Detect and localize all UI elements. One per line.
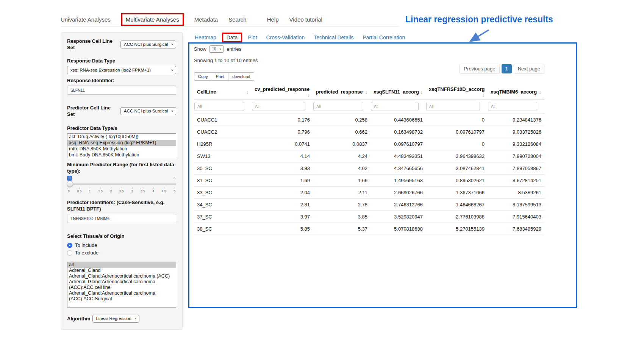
select-value: Linear Regression [96,316,131,321]
tab-plot[interactable]: Plot [244,33,260,42]
predictor-data-type-label: Predictor Data Type/s [67,125,176,131]
numeric-cell: 4.24 [313,150,370,162]
table-header-row: CellLine▲▼cv_predicted_response▲▼predict… [194,84,544,100]
column-header[interactable]: xsqSLFN11_accorg▲▼ [370,84,426,100]
response-identifier-label: Response Identifier: [67,77,176,84]
slider-max-label: 5 [174,176,175,180]
predictor-data-type-option[interactable]: act: Drug Activity (-log10[IC50M]) [67,134,176,140]
predictor-cell-line-set-label: Predictor Cell Line Set [67,105,118,117]
tab-heatmap[interactable]: Heatmap [191,33,220,42]
select-value: xsq: RNA-seq Expression (log2 FPKM+1) [70,68,151,72]
numeric-cell: 0.0837 [313,138,370,150]
predictor-data-type-option[interactable]: xsq: RNA-seq Expression (log2 FPKM+1) [67,140,176,146]
tissue-origin-option[interactable]: all [67,262,176,268]
tab-data[interactable]: Data [222,33,242,42]
predictor-data-type-option[interactable]: bmt: Body DNA 850K Methylation [67,152,176,158]
numeric-cell: 3.964398632 [426,150,488,162]
column-header[interactable]: xsqTNFRSF10D_accorg▲▼ [426,84,488,100]
nav-univariate-analyses[interactable]: Univariate Analyses [61,16,111,23]
numeric-cell: 0.662 [313,126,370,138]
slider-tick-label: 0.5 [77,187,81,193]
numeric-cell: 0.258 [313,114,370,126]
nav-metadata[interactable]: Metadata [194,16,218,23]
tissue-origin-label: Select Tissue/s of Origin [67,233,176,239]
column-filter-input[interactable] [371,102,419,111]
cellline-cell: 38_SC [194,223,252,235]
copy-button[interactable]: Copy [194,72,212,81]
cellline-cell: 31_SC [194,175,252,187]
nav-search[interactable]: Search [228,16,247,23]
sort-icon[interactable]: ▲▼ [539,90,541,94]
download-button[interactable]: download [228,72,254,81]
sort-icon[interactable]: ▲▼ [308,94,310,97]
next-page-button[interactable]: Next page [514,64,544,74]
select-value: ACC NCI plus Surgical [124,42,168,47]
column-filter-input[interactable] [313,102,363,111]
tissue-origin-list[interactable]: allAdrenal_GlandAdrenal_Gland:Adrenocort… [67,262,176,308]
print-button[interactable]: Print [212,72,229,81]
min-predictor-range-slider[interactable]: 0 5 00.511.522.533.544.55 [67,176,176,195]
numeric-cell: 7.915640403 [488,211,544,223]
numeric-cell: 0.097610797 [426,126,488,138]
column-filter-input[interactable] [194,102,244,111]
column-filter-input[interactable] [488,102,537,111]
tissue-origin-option[interactable]: Adrenal_Gland [67,268,176,273]
response-cell-line-set-select[interactable]: ACC NCI plus Surgical ∨ [120,41,176,48]
slider-handle[interactable] [67,181,73,187]
column-filter-input[interactable] [252,102,305,111]
tab-cross-validation[interactable]: Cross-Validation [263,33,308,42]
entries-count-select[interactable]: 10 ∨ [209,45,224,53]
response-identifier-input[interactable] [67,86,176,95]
response-data-type-select[interactable]: xsq: RNA-seq Expression (log2 FPKM+1) ∨ [67,66,176,74]
result-tabs: Heatmap Data Plot Cross-Validation Techn… [191,33,408,42]
previous-page-button[interactable]: Previous page [460,64,499,74]
predictor-data-type-option[interactable]: mth: DNA 850K Methylation [67,146,176,152]
radio-checked-icon [67,243,72,248]
sort-icon[interactable]: ▲▼ [420,90,423,94]
current-page-button[interactable]: 1 [502,64,512,73]
column-header[interactable]: predicted_response▲▼ [313,84,370,100]
sort-down-icon: ▼ [539,92,541,94]
cellline-cell: CUACC1 [194,114,252,126]
tissue-origin-option[interactable]: Adrenal_Gland:Adrenocortical carcinoma (… [67,290,176,302]
column-header[interactable]: cv_predicted_response▲▼ [252,84,313,100]
algorithm-row: Algorithm Linear Regression ∨ [67,315,176,323]
algorithm-select[interactable]: Linear Regression ∨ [92,315,139,323]
numeric-cell: 4.02 [313,162,370,175]
numeric-cell: 2.746312766 [370,199,426,211]
tissue-origin-option[interactable]: Adrenal_Gland:Adrenocortical carcinoma (… [67,279,176,290]
table-row: CUACC20.7960.6620.1634987320.0976107979.… [194,126,544,138]
column-header-label: CellLine [197,89,216,95]
predictor-identifiers-label: Predictor Identifiers: (Case-Sensitive, … [67,199,176,212]
tissue-exclude-radio[interactable]: To exclude [67,250,176,256]
numeric-cell: 0 [426,138,488,150]
numeric-cell: 2.11 [313,187,370,199]
chevron-down-icon: ∨ [171,69,174,72]
numeric-cell: 4.347665656 [370,162,426,175]
tab-partial-correlation[interactable]: Partial Correlation [359,33,408,42]
sort-icon[interactable]: ▲▼ [482,94,485,97]
tab-technical-details[interactable]: Technical Details [310,33,357,42]
numeric-cell: 7.683485929 [488,223,544,235]
slider-track[interactable] [67,183,176,185]
sort-icon[interactable]: ▲▼ [246,90,249,94]
column-header[interactable]: xsqTMBIM6_accorg▲▼ [488,84,544,100]
column-header[interactable]: CellLine▲▼ [194,84,252,100]
nav-multivariate-analyses[interactable]: Multivariate Analyses [121,13,184,26]
cellline-cell: 33_SC [194,187,252,199]
numeric-cell: 7.990728004 [488,150,544,162]
numeric-cell: 3.087462841 [426,162,488,175]
predictor-identifiers-input[interactable] [67,214,176,223]
table-row: H295R0.07410.08370.09761079709.332126084 [194,138,544,150]
column-filter-input[interactable] [426,102,480,111]
tissue-include-radio[interactable]: To include [67,242,176,248]
predictor-cell-line-set-select[interactable]: ACC NCI plus Surgical ∨ [120,107,176,115]
sort-icon[interactable]: ▲▼ [365,90,367,94]
predictor-data-type-list[interactable]: act: Drug Activity (-log10[IC50M])xsq: R… [67,133,176,158]
nav-help[interactable]: Help [267,16,279,23]
top-nav: Univariate Analyses Multivariate Analyse… [61,13,399,27]
nav-video-tutorial[interactable]: Video tutorial [289,16,322,23]
numeric-cell: 3.529820947 [370,211,426,223]
sidebar-controls: Response Cell Line Set ACC NCI plus Surg… [61,32,183,330]
tissue-origin-option[interactable]: Adrenal_Gland:Adrenocortical carcinoma (… [67,273,176,279]
